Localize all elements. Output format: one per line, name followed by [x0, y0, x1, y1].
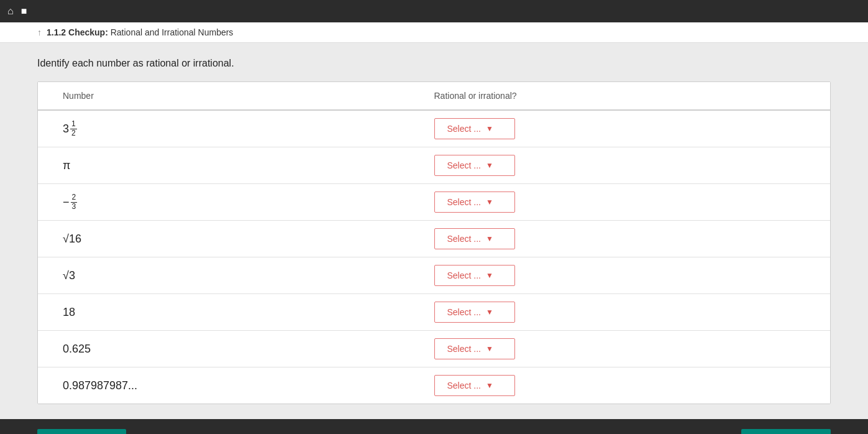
fraction: 12 — [70, 120, 77, 137]
main-content: Identify each number as rational or irra… — [0, 43, 868, 419]
col-header-number: Number — [63, 91, 434, 101]
top-bar: ⌂ ■ — [0, 0, 868, 22]
continue-button[interactable]: CONTINUE → — [741, 429, 831, 434]
dropdown-arrow: ▼ — [486, 161, 493, 170]
dropdown-arrow: ▼ — [486, 198, 493, 206]
select-cell: Select ... ▼ — [434, 192, 806, 213]
stop-icon[interactable]: ■ — [21, 6, 27, 17]
table-row: √16 Select ... ▼ — [38, 221, 830, 257]
table-row: −23 Select ... ▼ — [38, 184, 830, 221]
number-cell: 312 — [63, 120, 434, 137]
select-label: Select ... — [447, 307, 481, 317]
table-row: √3 Select ... ▼ — [38, 257, 830, 294]
sqrt-16: √16 — [63, 233, 81, 245]
number-cell: 0.987987987... — [63, 379, 434, 392]
table-header: Number Rational or irrational? — [38, 82, 830, 111]
section-title: Rational and Irrational Numbers — [111, 27, 234, 37]
negative-fraction: −23 — [63, 193, 77, 210]
section-label: 1.1.2 — [47, 27, 66, 37]
select-cell: Select ... ▼ — [434, 155, 806, 176]
number-cell: 0.625 — [63, 343, 434, 356]
question-table: Number Rational or irrational? 312 Selec… — [37, 81, 831, 404]
table-row: π Select ... ▼ — [38, 147, 830, 184]
dropdown-arrow: ▼ — [486, 344, 493, 353]
instruction-text: Identify each number as rational or irra… — [37, 58, 831, 69]
number-cell: 18 — [63, 306, 434, 319]
fraction: 23 — [71, 193, 78, 210]
select-button[interactable]: Select ... ▼ — [434, 302, 515, 323]
select-label: Select ... — [447, 381, 481, 390]
dropdown-arrow: ▼ — [486, 234, 493, 243]
header-bar: ↑ 1.1.2 Checkup: Rational and Irrational… — [0, 22, 868, 43]
select-label: Select ... — [447, 344, 481, 354]
header-title: 1.1.2 Checkup: Rational and Irrational N… — [47, 27, 233, 37]
table-row: 18 Select ... ▼ — [38, 294, 830, 331]
mixed-number: 312 — [63, 120, 77, 137]
select-cell: Select ... ▼ — [434, 265, 806, 286]
select-cell: Select ... ▼ — [434, 228, 806, 249]
number-cell: −23 — [63, 193, 434, 210]
sqrt-3: √3 — [63, 269, 75, 282]
pi-symbol: π — [63, 159, 70, 172]
number-18: 18 — [63, 306, 75, 318]
number-cell: √16 — [63, 233, 434, 246]
select-button[interactable]: Select ... ▼ — [434, 118, 515, 139]
home-icon[interactable]: ⌂ — [7, 6, 14, 17]
select-label: Select ... — [447, 124, 481, 134]
select-button[interactable]: Select ... ▼ — [434, 265, 515, 286]
select-button[interactable]: Select ... ▼ — [434, 338, 515, 359]
number-cell: π — [63, 159, 434, 172]
select-cell: Select ... ▼ — [434, 375, 806, 396]
select-label: Select ... — [447, 270, 481, 280]
table-row: 312 Select ... ▼ — [38, 111, 830, 147]
select-cell: Select ... ▼ — [434, 338, 806, 359]
section-keyword: Checkup: — [68, 27, 108, 37]
number-repeating: 0.987987987... — [63, 379, 137, 392]
number-cell: √3 — [63, 269, 434, 282]
col-header-type: Rational or irrational? — [434, 91, 806, 101]
dropdown-arrow: ▼ — [486, 308, 493, 316]
previous-button[interactable]: ← PREVIOUS — [37, 429, 126, 434]
dropdown-arrow: ▼ — [486, 381, 493, 390]
select-button[interactable]: Select ... ▼ — [434, 155, 515, 176]
breadcrumb-icon: ↑ — [37, 27, 42, 37]
dropdown-arrow: ▼ — [486, 124, 493, 133]
footer-bar: ← PREVIOUS 2 of 2 CONTINUE → — [0, 419, 868, 434]
select-label: Select ... — [447, 197, 481, 207]
select-label: Select ... — [447, 234, 481, 244]
select-button[interactable]: Select ... ▼ — [434, 228, 515, 249]
dropdown-arrow: ▼ — [486, 271, 493, 280]
select-cell: Select ... ▼ — [434, 302, 806, 323]
table-row: 0.625 Select ... ▼ — [38, 331, 830, 367]
select-cell: Select ... ▼ — [434, 118, 806, 139]
select-button[interactable]: Select ... ▼ — [434, 192, 515, 213]
number-0625: 0.625 — [63, 343, 91, 355]
select-button[interactable]: Select ... ▼ — [434, 375, 515, 396]
table-row: 0.987987987... Select ... ▼ — [38, 367, 830, 404]
select-label: Select ... — [447, 160, 481, 170]
